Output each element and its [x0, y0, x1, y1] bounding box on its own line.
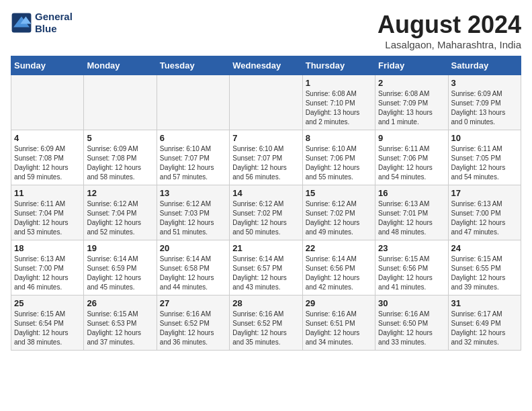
calendar-cell: 25Sunrise: 6:15 AM Sunset: 6:54 PM Dayli…	[11, 295, 84, 351]
calendar-cell: 24Sunrise: 6:15 AM Sunset: 6:55 PM Dayli…	[448, 240, 521, 295]
day-info: Sunrise: 6:09 AM Sunset: 7:09 PM Dayligh…	[451, 89, 518, 127]
day-header-sunday: Sunday	[11, 56, 84, 75]
day-number: 14	[232, 188, 299, 198]
page-header: General Blue August 2024 Lasalgaon, Maha…	[11, 11, 521, 50]
day-info: Sunrise: 6:14 AM Sunset: 6:56 PM Dayligh…	[306, 255, 372, 292]
week-row-2: 4Sunrise: 6:09 AM Sunset: 7:08 PM Daylig…	[11, 130, 521, 185]
day-header-friday: Friday	[375, 56, 448, 75]
calendar-cell: 19Sunrise: 6:14 AM Sunset: 6:59 PM Dayli…	[84, 240, 157, 295]
week-row-4: 18Sunrise: 6:13 AM Sunset: 7:00 PM Dayli…	[11, 240, 521, 295]
calendar-cell: 21Sunrise: 6:14 AM Sunset: 6:57 PM Dayli…	[230, 240, 302, 295]
day-number: 28	[232, 298, 299, 308]
calendar-cell: 16Sunrise: 6:13 AM Sunset: 7:01 PM Dayli…	[375, 185, 448, 240]
calendar-cell: 17Sunrise: 6:13 AM Sunset: 7:00 PM Dayli…	[448, 185, 521, 240]
day-number: 7	[232, 133, 299, 143]
day-info: Sunrise: 6:14 AM Sunset: 6:57 PM Dayligh…	[232, 255, 299, 292]
calendar-table: SundayMondayTuesdayWednesdayThursdayFrid…	[11, 56, 521, 351]
calendar-cell: 6Sunrise: 6:10 AM Sunset: 7:07 PM Daylig…	[157, 130, 229, 185]
calendar-cell	[11, 75, 84, 130]
calendar-cell: 29Sunrise: 6:16 AM Sunset: 6:51 PM Dayli…	[302, 295, 375, 351]
calendar-cell: 31Sunrise: 6:17 AM Sunset: 6:49 PM Dayli…	[448, 295, 521, 351]
calendar-cell: 27Sunrise: 6:16 AM Sunset: 6:52 PM Dayli…	[157, 295, 229, 351]
logo-text: General Blue	[35, 11, 73, 35]
logo: General Blue	[11, 11, 73, 35]
calendar-cell: 14Sunrise: 6:12 AM Sunset: 7:02 PM Dayli…	[230, 185, 302, 240]
day-number: 12	[87, 188, 153, 198]
day-number: 25	[14, 298, 81, 308]
day-number: 21	[232, 243, 299, 253]
day-info: Sunrise: 6:17 AM Sunset: 6:49 PM Dayligh…	[451, 310, 518, 347]
day-info: Sunrise: 6:09 AM Sunset: 7:08 PM Dayligh…	[87, 144, 153, 182]
day-number: 9	[378, 133, 445, 143]
calendar-cell: 22Sunrise: 6:14 AM Sunset: 6:56 PM Dayli…	[302, 240, 375, 295]
calendar-cell: 30Sunrise: 6:16 AM Sunset: 6:50 PM Dayli…	[375, 295, 448, 351]
calendar-cell: 28Sunrise: 6:16 AM Sunset: 6:52 PM Dayli…	[230, 295, 302, 351]
day-number: 17	[451, 188, 518, 198]
calendar-cell: 5Sunrise: 6:09 AM Sunset: 7:08 PM Daylig…	[84, 130, 157, 185]
day-number: 19	[87, 243, 153, 253]
day-info: Sunrise: 6:16 AM Sunset: 6:52 PM Dayligh…	[160, 310, 226, 347]
day-number: 2	[378, 78, 445, 88]
day-number: 26	[87, 298, 153, 308]
day-number: 3	[451, 78, 518, 88]
day-header-monday: Monday	[84, 56, 157, 75]
day-info: Sunrise: 6:15 AM Sunset: 6:54 PM Dayligh…	[14, 310, 81, 347]
title-block: August 2024 Lasalgaon, Maharashtra, Indi…	[378, 11, 521, 50]
day-number: 10	[451, 133, 518, 143]
calendar-cell: 10Sunrise: 6:11 AM Sunset: 7:05 PM Dayli…	[448, 130, 521, 185]
calendar-cell: 4Sunrise: 6:09 AM Sunset: 7:08 PM Daylig…	[11, 130, 84, 185]
day-info: Sunrise: 6:08 AM Sunset: 7:09 PM Dayligh…	[378, 89, 445, 127]
day-info: Sunrise: 6:11 AM Sunset: 7:05 PM Dayligh…	[451, 144, 518, 182]
day-info: Sunrise: 6:15 AM Sunset: 6:56 PM Dayligh…	[378, 255, 445, 292]
day-info: Sunrise: 6:11 AM Sunset: 7:04 PM Dayligh…	[14, 199, 81, 237]
day-header-thursday: Thursday	[302, 56, 375, 75]
calendar-cell: 18Sunrise: 6:13 AM Sunset: 7:00 PM Dayli…	[11, 240, 84, 295]
day-info: Sunrise: 6:10 AM Sunset: 7:07 PM Dayligh…	[232, 144, 299, 182]
day-info: Sunrise: 6:16 AM Sunset: 6:50 PM Dayligh…	[378, 310, 445, 347]
day-number: 8	[306, 133, 372, 143]
calendar-cell: 11Sunrise: 6:11 AM Sunset: 7:04 PM Dayli…	[11, 185, 84, 240]
day-info: Sunrise: 6:15 AM Sunset: 6:53 PM Dayligh…	[87, 310, 153, 347]
calendar-cell: 2Sunrise: 6:08 AM Sunset: 7:09 PM Daylig…	[375, 75, 448, 130]
calendar-cell: 3Sunrise: 6:09 AM Sunset: 7:09 PM Daylig…	[448, 75, 521, 130]
month-title: August 2024	[378, 11, 521, 39]
week-row-3: 11Sunrise: 6:11 AM Sunset: 7:04 PM Dayli…	[11, 185, 521, 240]
day-info: Sunrise: 6:13 AM Sunset: 7:00 PM Dayligh…	[451, 199, 518, 237]
calendar-cell: 20Sunrise: 6:14 AM Sunset: 6:58 PM Dayli…	[157, 240, 229, 295]
header-row: SundayMondayTuesdayWednesdayThursdayFrid…	[11, 56, 521, 75]
calendar-cell: 26Sunrise: 6:15 AM Sunset: 6:53 PM Dayli…	[84, 295, 157, 351]
day-number: 16	[378, 188, 445, 198]
day-header-tuesday: Tuesday	[157, 56, 229, 75]
calendar-cell: 8Sunrise: 6:10 AM Sunset: 7:06 PM Daylig…	[302, 130, 375, 185]
day-number: 31	[451, 298, 518, 308]
calendar-cell: 23Sunrise: 6:15 AM Sunset: 6:56 PM Dayli…	[375, 240, 448, 295]
week-row-5: 25Sunrise: 6:15 AM Sunset: 6:54 PM Dayli…	[11, 295, 521, 351]
day-header-saturday: Saturday	[448, 56, 521, 75]
day-number: 29	[306, 298, 372, 308]
day-header-wednesday: Wednesday	[230, 56, 302, 75]
day-number: 20	[160, 243, 226, 253]
day-number: 11	[14, 188, 81, 198]
location: Lasalgaon, Maharashtra, India	[378, 39, 521, 50]
day-number: 15	[306, 188, 372, 198]
calendar-cell	[157, 75, 229, 130]
day-info: Sunrise: 6:12 AM Sunset: 7:03 PM Dayligh…	[160, 199, 226, 237]
day-info: Sunrise: 6:14 AM Sunset: 6:59 PM Dayligh…	[87, 255, 153, 292]
day-info: Sunrise: 6:11 AM Sunset: 7:06 PM Dayligh…	[378, 144, 445, 182]
day-info: Sunrise: 6:12 AM Sunset: 7:02 PM Dayligh…	[232, 199, 299, 237]
day-info: Sunrise: 6:12 AM Sunset: 7:04 PM Dayligh…	[87, 199, 153, 237]
day-number: 22	[306, 243, 372, 253]
logo-icon	[11, 12, 32, 34]
day-number: 30	[378, 298, 445, 308]
day-number: 13	[160, 188, 226, 198]
day-info: Sunrise: 6:10 AM Sunset: 7:06 PM Dayligh…	[306, 144, 372, 182]
calendar-cell: 15Sunrise: 6:12 AM Sunset: 7:02 PM Dayli…	[302, 185, 375, 240]
week-row-1: 1Sunrise: 6:08 AM Sunset: 7:10 PM Daylig…	[11, 75, 521, 130]
day-number: 4	[14, 133, 81, 143]
day-info: Sunrise: 6:16 AM Sunset: 6:51 PM Dayligh…	[306, 310, 372, 347]
day-info: Sunrise: 6:12 AM Sunset: 7:02 PM Dayligh…	[306, 199, 372, 237]
day-number: 6	[160, 133, 226, 143]
day-info: Sunrise: 6:10 AM Sunset: 7:07 PM Dayligh…	[160, 144, 226, 182]
calendar-cell	[84, 75, 157, 130]
day-number: 27	[160, 298, 226, 308]
